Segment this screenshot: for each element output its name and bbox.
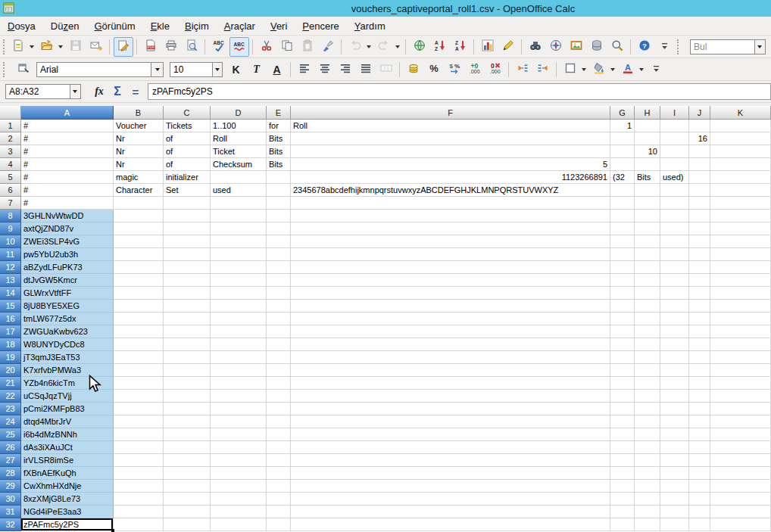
row-header-24[interactable]: 24: [0, 415, 21, 428]
cell-C7[interactable]: [164, 197, 211, 210]
cell-G6[interactable]: [610, 184, 635, 197]
cell-E27[interactable]: [267, 454, 291, 467]
add-decimal-button[interactable]: .000+0: [465, 60, 485, 79]
cell-H28[interactable]: [635, 467, 660, 480]
cell-F28[interactable]: [291, 467, 610, 480]
cell-C30[interactable]: [164, 493, 211, 506]
save-button[interactable]: [66, 37, 86, 57]
cell-F19[interactable]: [291, 351, 610, 364]
row-header-21[interactable]: 21: [0, 377, 21, 390]
cell-C10[interactable]: [164, 235, 211, 248]
formula-input[interactable]: [148, 86, 770, 97]
cell-A19[interactable]: jT3qmJ3EaT53: [21, 351, 114, 364]
row-header-15[interactable]: 15: [0, 300, 21, 313]
cell-H12[interactable]: [635, 261, 660, 274]
cell-I20[interactable]: [660, 364, 689, 377]
cell-K21[interactable]: [710, 377, 771, 390]
cell-E7[interactable]: [267, 197, 291, 210]
align-right-button[interactable]: [336, 60, 355, 79]
font-size-combobox[interactable]: [170, 62, 223, 77]
row-header-28[interactable]: 28: [0, 467, 21, 480]
cell-J7[interactable]: [689, 197, 710, 210]
paste-button[interactable]: [298, 37, 317, 57]
cell-E21[interactable]: [267, 377, 291, 390]
cell-G11[interactable]: [610, 248, 635, 261]
cell-I29[interactable]: [660, 480, 689, 493]
cell-G30[interactable]: [610, 493, 635, 506]
cell-K14[interactable]: [710, 287, 771, 300]
cell-F16[interactable]: [291, 313, 610, 325]
cell-K11[interactable]: [710, 248, 771, 261]
cell-K28[interactable]: [710, 467, 771, 480]
row-header-11[interactable]: 11: [0, 248, 21, 261]
cell-H32[interactable]: [635, 518, 660, 531]
cell-J8[interactable]: [689, 210, 710, 222]
cell-I7[interactable]: [660, 197, 689, 210]
background-color-button[interactable]: [589, 60, 609, 79]
cell-G13[interactable]: [610, 274, 635, 287]
cell-B6[interactable]: Character: [114, 184, 164, 197]
cell-E2[interactable]: Bits: [267, 132, 291, 145]
name-box-input[interactable]: [6, 85, 70, 98]
cell-K27[interactable]: [710, 454, 771, 467]
sum-button[interactable]: Σ: [108, 83, 126, 100]
cell-D15[interactable]: [211, 300, 267, 313]
cell-K2[interactable]: [710, 132, 771, 145]
row-header-23[interactable]: 23: [0, 403, 21, 415]
menu-veri[interactable]: Veri: [263, 19, 295, 33]
cell-E28[interactable]: [267, 467, 291, 480]
page-preview-button[interactable]: [182, 37, 201, 57]
cell-B24[interactable]: [114, 415, 164, 428]
cell-G16[interactable]: [610, 313, 635, 325]
sort-ascending-button[interactable]: AZ: [430, 37, 450, 57]
cell-J14[interactable]: [689, 287, 710, 300]
cell-H1[interactable]: [635, 120, 660, 132]
cell-J32[interactable]: [689, 518, 710, 531]
cell-H31[interactable]: [635, 506, 660, 518]
cell-F23[interactable]: [291, 403, 610, 415]
cell-J15[interactable]: [689, 300, 710, 313]
spellcheck-button[interactable]: ABC: [209, 37, 229, 57]
cell-B31[interactable]: [114, 506, 164, 518]
cell-C17[interactable]: [164, 325, 211, 338]
cell-K23[interactable]: [710, 403, 771, 415]
align-center-button[interactable]: [315, 60, 335, 79]
merge-cells-button[interactable]: [376, 60, 396, 79]
cell-B29[interactable]: [114, 480, 164, 493]
cell-G8[interactable]: [610, 210, 635, 222]
cell-J16[interactable]: [689, 313, 710, 325]
cell-F5[interactable]: 1123266891: [291, 171, 610, 184]
cell-C25[interactable]: [164, 428, 211, 441]
cell-K5[interactable]: [710, 171, 771, 184]
cell-K25[interactable]: [710, 428, 771, 441]
cell-D17[interactable]: [211, 325, 267, 338]
cell-F6[interactable]: 2345678abcdefhijkmnpqrstuvwxyzABCDEFGHJK…: [291, 184, 610, 197]
align-justify-button[interactable]: [356, 60, 376, 79]
cell-C2[interactable]: of: [164, 132, 211, 145]
cell-C27[interactable]: [164, 454, 211, 467]
cell-I15[interactable]: [660, 300, 689, 313]
font-name-dropdown-button[interactable]: [151, 63, 163, 76]
cell-I9[interactable]: [660, 222, 689, 235]
cell-K12[interactable]: [710, 261, 771, 274]
help-button[interactable]: ?: [635, 37, 654, 57]
cell-D11[interactable]: [211, 248, 267, 261]
bold-button[interactable]: K: [226, 60, 246, 79]
undo-dropdown-button[interactable]: [365, 38, 372, 56]
cell-J25[interactable]: [689, 428, 710, 441]
cell-E4[interactable]: Bits: [267, 158, 291, 171]
cell-C15[interactable]: [164, 300, 211, 313]
cell-H26[interactable]: [635, 441, 660, 454]
cell-I27[interactable]: [660, 454, 689, 467]
cell-F22[interactable]: [291, 390, 610, 403]
cell-A11[interactable]: pw5YbU2ub3h: [21, 248, 114, 261]
row-header-2[interactable]: 2: [0, 132, 21, 145]
new-document-button[interactable]: [8, 37, 28, 57]
select-all-corner[interactable]: [0, 106, 21, 120]
cell-B8[interactable]: [114, 210, 164, 222]
cell-F24[interactable]: [291, 415, 610, 428]
hyperlink-button[interactable]: [410, 37, 429, 57]
cell-D13[interactable]: [211, 274, 267, 287]
cell-J10[interactable]: [689, 235, 710, 248]
font-name-combobox[interactable]: [36, 62, 164, 77]
